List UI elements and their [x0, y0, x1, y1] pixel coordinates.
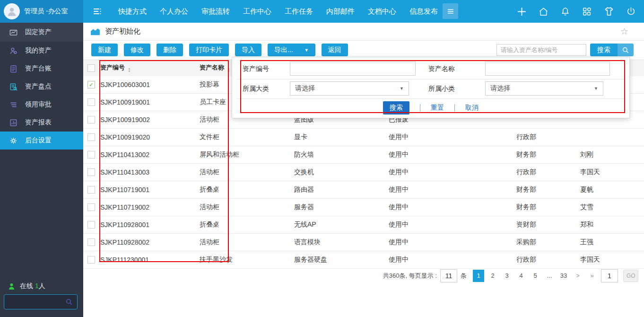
- nav-item-5[interactable]: 工作任务: [278, 7, 320, 16]
- sidebar-item-my-assets[interactable]: 我的资产: [0, 42, 83, 60]
- filter-cancel-link[interactable]: 取消: [465, 104, 479, 112]
- asset-management-app: 管理员 -办公室 快捷方式个人办公审批流转工作中心工作任务内部邮件文档中心信息发…: [0, 0, 644, 317]
- page-ellipsis: ...: [544, 270, 555, 282]
- table-row: SJKP110928002活动柜语言模块使用中采购部王强: [83, 234, 644, 251]
- cell-name: 活动柜: [199, 168, 293, 176]
- plus-icon[interactable]: [516, 6, 527, 17]
- edit-button[interactable]: 修改: [124, 44, 150, 56]
- ledger-icon: [9, 64, 18, 73]
- filter-subcategory-select[interactable]: 请选择▼: [485, 81, 603, 96]
- row-checkbox[interactable]: [87, 98, 95, 106]
- page-button-3[interactable]: 3: [501, 270, 513, 282]
- new-button[interactable]: 新建: [91, 44, 118, 56]
- next-page-button[interactable]: >: [572, 270, 583, 282]
- page-button-5[interactable]: 5: [530, 270, 541, 282]
- sidebar-item-approval[interactable]: 领用审批: [0, 96, 83, 114]
- cell-name2: 交换机: [293, 168, 388, 176]
- sidebar-search-input[interactable]: [4, 299, 65, 306]
- last-page-button[interactable]: »: [586, 270, 598, 282]
- row-checkbox[interactable]: ✓: [87, 81, 95, 88]
- page-size-input[interactable]: [440, 269, 457, 282]
- filter-category-select[interactable]: 请选择▼: [290, 81, 409, 96]
- hamburger-menu-button[interactable]: [443, 3, 458, 19]
- filter-category-label: 所属大类: [243, 85, 269, 93]
- filter-reset-link[interactable]: 重置: [431, 104, 444, 112]
- approval-icon: [9, 100, 18, 109]
- nav-item-7[interactable]: 文档中心: [361, 7, 403, 16]
- menu-list-icon[interactable]: [92, 6, 103, 17]
- nav-item-8[interactable]: 信息发布: [403, 7, 444, 16]
- page-button-4[interactable]: 4: [515, 270, 527, 282]
- sidebar-search-icon[interactable]: [65, 298, 73, 306]
- cell-dept: 行政部: [515, 168, 579, 176]
- cell-user: 郑和: [579, 220, 644, 229]
- delete-button[interactable]: 删除: [157, 44, 183, 56]
- sidebar-item-ledger[interactable]: 资产台账: [0, 60, 83, 78]
- pagination: 共360条, 每页显示 : 条 12345...33>» GO: [383, 269, 638, 282]
- asset-search-input[interactable]: [496, 44, 586, 56]
- cell-name: 折叠桌: [199, 220, 293, 229]
- header-asset-code[interactable]: 资产编号▲▼: [99, 63, 199, 73]
- row-checkbox[interactable]: [87, 151, 95, 158]
- sidebar-item-report[interactable]: 资产报表: [0, 114, 83, 132]
- cell-name2: 无线AP: [293, 220, 388, 229]
- theme-shirt-icon[interactable]: [603, 6, 615, 17]
- online-status: 在线 1人: [8, 282, 45, 291]
- sort-icon[interactable]: ▲▼: [227, 67, 230, 73]
- cell-dept: 行政部: [515, 255, 579, 264]
- print-card-button[interactable]: 打印卡片: [189, 44, 229, 56]
- sidebar-item-label: 资产盘点: [25, 82, 52, 91]
- cell-user: 夏帆: [579, 185, 644, 194]
- page-button-1[interactable]: 1: [473, 270, 484, 282]
- my-assets-icon: [9, 46, 18, 55]
- page-button-2[interactable]: 2: [487, 270, 498, 282]
- filter-search-button[interactable]: 搜索: [383, 101, 409, 114]
- table-row: SJKP111230001扶手黑沙发服务器硬盘使用中行政部李国天: [83, 251, 644, 269]
- search-button[interactable]: 搜索: [590, 44, 618, 56]
- row-checkbox[interactable]: [87, 133, 95, 141]
- export-dropdown-button[interactable]: 导出...▼: [268, 44, 315, 56]
- sidebar-item-label: 后台设置: [25, 136, 52, 145]
- online-user-icon: [8, 282, 16, 291]
- cell-dept: 行政部: [515, 133, 579, 141]
- nav-item-3[interactable]: 审批流转: [195, 7, 236, 16]
- search-magnifier-button[interactable]: [618, 44, 634, 56]
- nav-item-4[interactable]: 工作中心: [236, 7, 278, 16]
- apps-icon[interactable]: [582, 6, 592, 17]
- nav-item-2[interactable]: 个人办公: [153, 7, 195, 16]
- top-navigation: 快捷方式个人办公审批流转工作中心工作任务内部邮件文档中心信息发布: [112, 0, 444, 23]
- page-button-33[interactable]: 33: [558, 270, 569, 282]
- power-icon[interactable]: [626, 6, 636, 17]
- row-checkbox[interactable]: [87, 238, 95, 246]
- row-checkbox[interactable]: [87, 203, 95, 211]
- import-button[interactable]: 导入: [235, 44, 261, 56]
- sidebar-item-assets-chart[interactable]: 固定资产: [0, 23, 83, 42]
- topbar: 管理员 -办公室 快捷方式个人办公审批流转工作中心工作任务内部邮件文档中心信息发…: [0, 0, 644, 23]
- sidebar-item-inventory[interactable]: 资产盘点: [0, 78, 83, 96]
- cell-status: 使用中: [388, 220, 515, 229]
- row-checkbox[interactable]: [87, 221, 95, 229]
- home-icon[interactable]: [538, 6, 549, 17]
- cell-dept: 财务部: [515, 185, 579, 194]
- nav-item-6[interactable]: 内部邮件: [320, 7, 361, 16]
- filter-name-input[interactable]: [485, 62, 610, 76]
- favorite-star-icon[interactable]: ☆: [620, 26, 628, 37]
- go-button[interactable]: GO: [623, 270, 638, 282]
- row-checkbox[interactable]: [87, 256, 95, 264]
- user-name: 管理员 -办公室: [24, 7, 68, 16]
- select-value: 请选择: [295, 84, 315, 93]
- sidebar-item-settings[interactable]: 后台设置: [0, 132, 83, 150]
- nav-item-1[interactable]: 快捷方式: [112, 7, 153, 16]
- user-area[interactable]: 管理员 -办公室: [0, 0, 83, 23]
- sort-icon[interactable]: ▲▼: [128, 67, 131, 73]
- select-all-checkbox[interactable]: [87, 64, 95, 72]
- goto-page-input[interactable]: [601, 269, 618, 282]
- bell-icon[interactable]: [560, 6, 571, 17]
- cell-dept: 资财部: [515, 220, 579, 229]
- row-checkbox[interactable]: [87, 168, 95, 176]
- filter-code-input[interactable]: [290, 62, 416, 76]
- avatar[interactable]: [4, 3, 20, 19]
- row-checkbox[interactable]: [87, 186, 95, 194]
- row-checkbox[interactable]: [87, 116, 95, 123]
- back-button[interactable]: 返回: [322, 44, 348, 56]
